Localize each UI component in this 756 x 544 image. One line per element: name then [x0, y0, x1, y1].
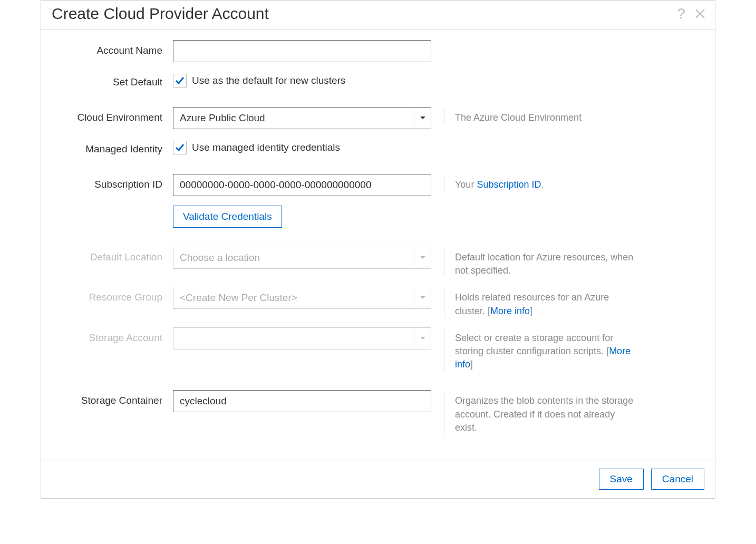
chevron-down-icon — [414, 331, 431, 346]
row-subscription-id: Subscription ID Your Subscription ID. — [52, 174, 704, 196]
validate-credentials-button[interactable]: Validate Credentials — [173, 206, 282, 228]
row-default-location: Default Location Choose a location Defau… — [52, 247, 704, 277]
row-storage-container: Storage Container Organizes the blob con… — [52, 390, 704, 434]
resource-group-more-info-link[interactable]: More info — [490, 306, 530, 316]
storage-account-select[interactable] — [173, 327, 431, 349]
dialog-body: Account Name Set Default Use as the defa… — [41, 30, 715, 460]
dialog: Create Cloud Provider Account ? Account … — [41, 0, 715, 499]
storage-container-input[interactable] — [173, 390, 431, 412]
resource-group-placeholder: <Create New Per Cluster> — [180, 292, 297, 304]
label-managed-identity: Managed Identity — [52, 139, 173, 155]
chevron-down-icon — [414, 250, 431, 265]
account-name-input[interactable] — [173, 40, 431, 62]
cloud-environment-value: Azure Public Cloud — [180, 112, 265, 124]
close-icon[interactable] — [694, 7, 706, 20]
cancel-button[interactable]: Cancel — [651, 469, 704, 490]
label-account-name: Account Name — [52, 40, 173, 56]
save-button[interactable]: Save — [599, 469, 644, 490]
label-resource-group: Resource Group — [52, 287, 173, 303]
chevron-down-icon — [414, 111, 431, 125]
help-storage-container: Organizes the blob contents in the stora… — [444, 390, 639, 434]
chevron-down-icon — [414, 290, 431, 305]
label-storage-account: Storage Account — [52, 327, 173, 344]
label-default-location: Default Location — [52, 247, 173, 263]
cloud-environment-select[interactable]: Azure Public Cloud — [173, 107, 431, 129]
help-cloud-environment: The Azure Cloud Environment — [444, 107, 581, 124]
dialog-footer: Save Cancel — [41, 460, 715, 498]
help-subscription-id: Your Subscription ID. — [444, 174, 544, 191]
dialog-header: Create Cloud Provider Account ? — [41, 1, 715, 30]
help-resource-group: Holds related resources for an Azure clu… — [444, 287, 639, 317]
label-subscription-id: Subscription ID — [52, 174, 173, 190]
help-icon[interactable]: ? — [675, 7, 687, 20]
dialog-title: Create Cloud Provider Account — [52, 5, 269, 23]
row-set-default: Set Default Use as the default for new c… — [52, 72, 704, 88]
default-location-select[interactable]: Choose a location — [173, 247, 431, 269]
managed-identity-checkbox[interactable] — [173, 141, 187, 154]
help-storage-account: Select or create a storage account for s… — [444, 327, 639, 372]
default-location-placeholder: Choose a location — [180, 252, 260, 264]
label-cloud-environment: Cloud Environment — [52, 107, 173, 123]
row-resource-group: Resource Group <Create New Per Cluster> … — [52, 287, 704, 317]
row-cloud-environment: Cloud Environment Azure Public Cloud The… — [52, 107, 704, 129]
subscription-id-input[interactable] — [173, 174, 431, 196]
label-storage-container: Storage Container — [52, 390, 173, 406]
dialog-header-icons: ? — [675, 7, 706, 20]
row-account-name: Account Name — [52, 40, 704, 62]
row-storage-account: Storage Account Select or create a stora… — [52, 327, 704, 372]
help-default-location: Default location for Azure resources, wh… — [444, 247, 639, 277]
row-managed-identity: Managed Identity Use managed identity cr… — [52, 139, 704, 155]
set-default-checkbox[interactable] — [173, 74, 187, 88]
row-validate: Validate Credentials — [52, 206, 704, 228]
set-default-checkbox-label: Use as the default for new clusters — [192, 75, 345, 86]
resource-group-select[interactable]: <Create New Per Cluster> — [173, 287, 431, 309]
subscription-id-link[interactable]: Subscription ID — [477, 179, 541, 190]
label-set-default: Set Default — [52, 72, 173, 88]
managed-identity-checkbox-label: Use managed identity credentials — [192, 142, 340, 153]
